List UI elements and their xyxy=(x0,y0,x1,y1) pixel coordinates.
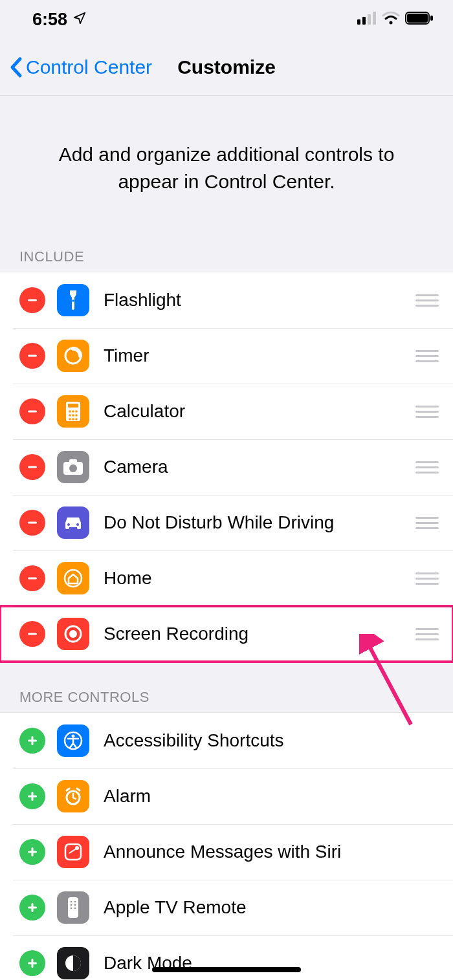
svg-point-23 xyxy=(75,418,78,420)
drag-handle-icon[interactable] xyxy=(415,628,439,640)
svg-line-46 xyxy=(77,789,80,790)
drag-handle-icon[interactable] xyxy=(415,350,439,362)
add-button[interactable] xyxy=(19,950,45,976)
section-header-more: More Controls xyxy=(0,662,453,712)
row-label: Timer xyxy=(104,345,415,366)
list-row: Alarm xyxy=(0,768,453,824)
remove-button[interactable] xyxy=(19,621,45,647)
add-button[interactable] xyxy=(19,895,45,920)
svg-point-17 xyxy=(75,410,78,413)
drag-handle-icon[interactable] xyxy=(415,572,439,585)
drag-handle-icon[interactable] xyxy=(415,461,439,474)
svg-point-29 xyxy=(67,523,70,526)
back-button[interactable]: Control Center xyxy=(9,56,152,78)
remove-button[interactable] xyxy=(19,510,45,536)
svg-rect-49 xyxy=(65,844,81,860)
svg-point-18 xyxy=(69,414,71,417)
svg-point-4 xyxy=(390,21,393,25)
svg-point-9 xyxy=(72,299,74,302)
svg-point-16 xyxy=(72,410,74,413)
record-icon xyxy=(57,618,89,650)
row-label: Announce Messages with Siri xyxy=(104,842,439,862)
status-time: 6:58 xyxy=(32,10,67,30)
svg-point-57 xyxy=(74,904,76,906)
section-header-include: Include xyxy=(0,241,453,272)
home-indicator xyxy=(152,967,301,972)
svg-point-39 xyxy=(72,735,75,738)
svg-rect-48 xyxy=(32,847,34,856)
svg-rect-7 xyxy=(430,16,433,21)
svg-point-35 xyxy=(69,630,77,638)
alarm-icon xyxy=(57,780,89,812)
row-label: Screen Recording xyxy=(104,624,415,644)
include-list: FlashlightTimerCalculatorCameraDo Not Di… xyxy=(0,272,453,662)
svg-rect-14 xyxy=(68,404,78,408)
svg-point-21 xyxy=(69,418,71,420)
row-label: Home xyxy=(104,568,415,589)
list-row: Calculator xyxy=(0,384,453,439)
row-label: Apple TV Remote xyxy=(104,897,439,918)
svg-rect-6 xyxy=(407,14,428,23)
add-button[interactable] xyxy=(19,839,45,865)
svg-rect-31 xyxy=(28,578,37,580)
list-row: Dark Mode xyxy=(0,935,453,980)
svg-rect-2 xyxy=(368,14,371,25)
list-row: Accessibility Shortcuts xyxy=(0,713,453,768)
svg-point-56 xyxy=(71,904,72,906)
list-row: Screen Recording xyxy=(0,606,453,662)
remove-button[interactable] xyxy=(19,287,45,313)
list-row: Timer xyxy=(0,328,453,384)
page-title: Customize xyxy=(177,56,276,78)
list-row: Apple TV Remote xyxy=(0,880,453,935)
svg-rect-41 xyxy=(32,792,34,801)
list-row: Do Not Disturb While Driving xyxy=(0,495,453,550)
row-label: Accessibility Shortcuts xyxy=(104,730,439,751)
svg-rect-53 xyxy=(68,897,78,918)
wifi-icon xyxy=(382,12,400,27)
accessibility-icon xyxy=(57,724,89,757)
more-controls-list: Accessibility ShortcutsAlarmAnnounce Mes… xyxy=(0,712,453,980)
svg-point-19 xyxy=(72,414,74,417)
status-bar: 6:58 xyxy=(0,0,453,39)
svg-rect-12 xyxy=(28,411,37,413)
svg-rect-0 xyxy=(357,19,360,25)
add-button[interactable] xyxy=(19,783,45,809)
page-description: Add and organize additional controls to … xyxy=(0,96,453,241)
remove-button[interactable] xyxy=(19,398,45,424)
drag-handle-icon[interactable] xyxy=(415,406,439,418)
svg-rect-10 xyxy=(28,355,37,357)
battery-icon xyxy=(405,12,434,27)
svg-point-27 xyxy=(69,464,77,472)
remove-button[interactable] xyxy=(19,454,45,480)
row-label: Do Not Disturb While Driving xyxy=(104,512,415,533)
svg-point-20 xyxy=(75,414,78,417)
flashlight-icon xyxy=(57,284,89,316)
nav-bar: Control Center Customize xyxy=(0,39,453,96)
list-row: Announce Messages with Siri xyxy=(0,824,453,880)
remove-button[interactable] xyxy=(19,565,45,591)
svg-rect-52 xyxy=(32,903,34,912)
svg-point-58 xyxy=(71,908,72,909)
svg-rect-8 xyxy=(28,299,37,301)
car-icon xyxy=(57,506,89,539)
drag-handle-icon[interactable] xyxy=(415,294,439,307)
drag-handle-icon[interactable] xyxy=(415,517,439,529)
remove-button[interactable] xyxy=(19,343,45,369)
add-button[interactable] xyxy=(19,728,45,754)
announce-icon xyxy=(57,836,89,868)
darkmode-icon xyxy=(57,947,89,979)
chevron-left-icon xyxy=(9,56,23,78)
row-label: Flashlight xyxy=(104,290,415,310)
svg-point-54 xyxy=(71,901,72,903)
svg-rect-28 xyxy=(28,522,37,524)
svg-point-22 xyxy=(72,418,74,420)
svg-rect-3 xyxy=(373,12,376,25)
svg-rect-24 xyxy=(28,466,37,468)
list-row: Home xyxy=(0,550,453,606)
svg-point-55 xyxy=(74,901,76,903)
list-row: Flashlight xyxy=(0,272,453,328)
svg-point-59 xyxy=(74,908,76,909)
remote-icon xyxy=(57,891,89,924)
svg-line-45 xyxy=(67,789,69,790)
home-icon xyxy=(57,562,89,594)
